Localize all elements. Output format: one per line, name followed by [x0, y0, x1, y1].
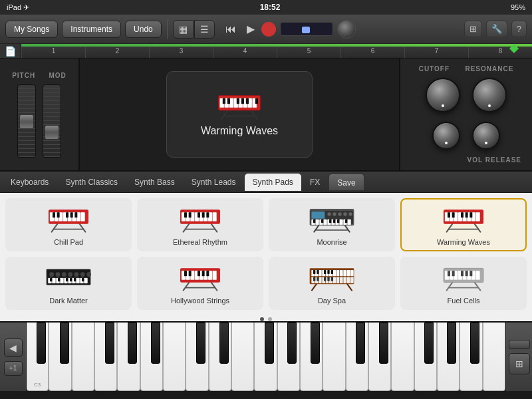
svg-line-175	[312, 284, 317, 290]
ethereal-rhythm-label: Ethereal Rhythm	[173, 238, 227, 246]
svg-rect-134	[184, 271, 187, 276]
white-key-e[interactable]	[72, 323, 94, 391]
tracks-view-button[interactable]: ▦	[173, 20, 194, 39]
black-key-0[interactable]	[37, 323, 46, 364]
help-button[interactable]: ?	[511, 21, 527, 37]
right-toolbar: ⊞ 🔧 ?	[464, 21, 527, 37]
warming-waves-label: Warming Waves	[437, 238, 490, 246]
octave-plus-button[interactable]: +1	[4, 361, 23, 376]
tab-save[interactable]: Save	[329, 174, 364, 191]
instruments-button[interactable]: Instruments	[62, 21, 121, 38]
grid-toggle-button[interactable]: ⊞	[509, 353, 530, 374]
svg-rect-73	[329, 219, 331, 223]
black-key-5[interactable]	[151, 323, 160, 364]
undo-button[interactable]: Undo	[125, 21, 162, 38]
svg-line-77	[314, 225, 319, 231]
svg-rect-14	[227, 98, 230, 104]
black-key-8[interactable]	[219, 323, 229, 364]
black-key-15[interactable]	[379, 323, 388, 364]
mod-slider[interactable]	[43, 84, 61, 158]
knobs-section: CUTOFF RESONANCE VOL RELEASE	[399, 59, 532, 170]
black-key-19[interactable]	[470, 323, 479, 364]
instrument-cell-fuel-cells[interactable]: Fuel Cells	[400, 257, 527, 310]
instrument-cell-chill-pad[interactable]: Chill Pad	[5, 198, 132, 251]
white-key-e4[interactable]	[231, 323, 254, 391]
knob-3[interactable]	[432, 122, 460, 150]
white-key-e5[interactable]	[391, 323, 414, 391]
black-key-12[interactable]	[311, 323, 320, 364]
svg-point-99	[49, 272, 54, 277]
svg-rect-96	[469, 212, 472, 217]
black-key-11[interactable]	[287, 323, 297, 364]
svg-rect-147	[332, 270, 336, 276]
svg-rect-109	[60, 278, 63, 283]
resonance-knob[interactable]	[472, 78, 507, 112]
rewind-button[interactable]: ⏮	[221, 21, 240, 38]
svg-rect-153	[313, 270, 315, 274]
list-view-button[interactable]: ☰	[194, 20, 215, 39]
knobs-labels: CUTOFF RESONANCE	[411, 65, 521, 72]
svg-rect-154	[317, 270, 319, 274]
piano-keys[interactable]: C3	[27, 323, 505, 391]
svg-rect-55	[311, 211, 325, 219]
tab-synth-pads[interactable]: Synth Pads	[245, 174, 301, 191]
scroll-horizontal[interactable]	[509, 340, 530, 349]
mixer-button[interactable]: ⊞	[464, 21, 482, 37]
pm-labels: PITCH MOD	[5, 72, 73, 79]
knob-4[interactable]	[472, 122, 500, 150]
svg-rect-173	[327, 277, 329, 281]
black-key-14[interactable]	[356, 323, 365, 364]
settings-button[interactable]: 🔧	[486, 21, 507, 37]
white-key-b5[interactable]	[483, 323, 505, 391]
timeline-bar: 📄 1 2 3 4 5 6 7 8	[0, 44, 532, 59]
record-button[interactable]	[261, 22, 276, 37]
svg-rect-49	[189, 212, 192, 217]
white-key-b[interactable]	[163, 323, 186, 391]
black-key-1[interactable]	[60, 323, 69, 364]
left-arrow-button[interactable]: ◀	[4, 338, 23, 357]
my-songs-button[interactable]: My Songs	[5, 21, 58, 38]
svg-line-20	[80, 224, 86, 232]
black-key-17[interactable]	[424, 323, 434, 364]
timeline-ruler[interactable]: 1 2 3 4 5 6 7 8	[21, 44, 532, 58]
instrument-cell-hollywood-strings[interactable]: Hollywood Strings	[137, 257, 263, 310]
instrument-cell-warming-waves[interactable]: Warming Waves	[400, 198, 527, 251]
current-instrument-box[interactable]: Warming Waves	[166, 71, 313, 158]
master-volume[interactable]	[337, 20, 356, 39]
tab-synth-bass[interactable]: Synth Bass	[126, 174, 183, 191]
svg-rect-190	[448, 271, 450, 276]
svg-rect-62	[315, 219, 319, 225]
instrument-cell-day-spa[interactable]: Day Spa	[269, 257, 395, 310]
tab-keyboards[interactable]: Keyboards	[3, 174, 57, 191]
white-key-b4[interactable]	[323, 323, 345, 391]
svg-rect-174	[331, 277, 333, 281]
svg-rect-155	[324, 270, 326, 274]
instrument-cell-moonrise[interactable]: Moonrise	[269, 198, 395, 251]
black-key-3[interactable]	[105, 323, 114, 364]
black-key-7[interactable]	[196, 323, 205, 364]
svg-point-57	[332, 212, 336, 215]
black-key-4[interactable]	[128, 323, 137, 364]
black-key-18[interactable]	[447, 323, 456, 364]
playhead-marker	[509, 44, 519, 53]
instrument-cell-ethereal-rhythm[interactable]: Ethereal Rhythm	[137, 198, 263, 251]
svg-rect-18	[255, 98, 258, 104]
tab-fx[interactable]: FX	[302, 174, 328, 191]
tab-synth-classics[interactable]: Synth Classics	[57, 174, 126, 191]
cutoff-knob[interactable]	[426, 78, 460, 112]
black-key-10[interactable]	[265, 323, 274, 364]
timeline-progress	[21, 44, 532, 47]
chill-pad-icon	[42, 203, 95, 235]
tab-synth-leads[interactable]: Synth Leads	[184, 174, 244, 191]
hollywood-strings-icon	[174, 262, 227, 294]
svg-line-78	[345, 225, 350, 231]
warming-waves-icon	[437, 203, 490, 235]
pitch-slider[interactable]	[17, 84, 36, 158]
play-button[interactable]: ▶	[243, 20, 259, 38]
svg-rect-117	[58, 278, 60, 281]
svg-line-178	[475, 283, 481, 291]
track-head: 📄	[0, 44, 21, 58]
svg-line-36	[184, 224, 190, 232]
svg-rect-136	[198, 271, 200, 276]
instrument-cell-dark-matter[interactable]: Dark Matter	[5, 257, 132, 310]
